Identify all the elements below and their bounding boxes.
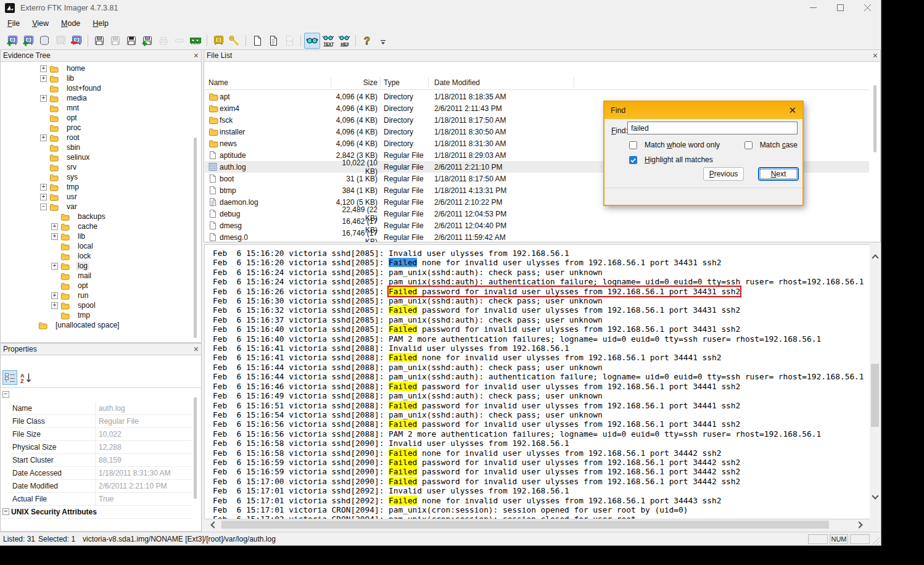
remove-evidence-item-icon[interactable] bbox=[68, 33, 85, 49]
property-row-date-accessed[interactable]: Date Accessed1/18/2011 8:31:30 AM bbox=[10, 466, 192, 480]
maximize-button[interactable] bbox=[827, 0, 854, 15]
tree-item-lib[interactable]: +lib bbox=[1, 231, 192, 241]
properties-collapse-icon[interactable]: − bbox=[2, 391, 9, 398]
image-mounting-icon[interactable] bbox=[36, 33, 52, 49]
tree-item-log[interactable]: +log bbox=[1, 261, 192, 271]
property-row-actual-file[interactable]: Actual FileTrue bbox=[10, 492, 192, 506]
properties-scrollbar[interactable] bbox=[194, 397, 197, 499]
hex-view-icon[interactable]: HEX bbox=[336, 33, 352, 49]
column-divider[interactable] bbox=[428, 77, 429, 88]
create-disk-image-icon[interactable] bbox=[91, 33, 107, 49]
column-divider[interactable] bbox=[574, 77, 574, 88]
add-all-attached-devices-icon[interactable] bbox=[20, 33, 36, 49]
tree-item-lost+found[interactable]: lost+found bbox=[1, 83, 192, 93]
categorized-view-icon[interactable] bbox=[2, 370, 17, 385]
tree-expand-icon[interactable]: + bbox=[40, 184, 47, 191]
tree-expand-icon[interactable]: − bbox=[40, 204, 47, 210]
tree-item-mnt[interactable]: mnt bbox=[1, 103, 192, 113]
detect-efs-encryption-icon[interactable] bbox=[226, 33, 242, 49]
scroll-up-icon[interactable] bbox=[872, 254, 878, 261]
tree-expand-icon[interactable]: + bbox=[51, 302, 58, 309]
column-header-date-modified[interactable]: Date Modified bbox=[434, 75, 508, 89]
tree-expand-icon[interactable]: + bbox=[40, 194, 47, 200]
toolbar-overflow-icon[interactable] bbox=[375, 33, 391, 49]
file-row-debug[interactable]: debug22,489 (22 KB)Regular File2/6/2011 … bbox=[205, 208, 869, 220]
add-to-custom-content-image-icon[interactable] bbox=[139, 33, 155, 49]
property-row-physical-size[interactable]: Physical Size12,288 bbox=[10, 440, 192, 454]
minimize-button[interactable] bbox=[799, 0, 827, 15]
tree-expand-icon[interactable]: + bbox=[51, 223, 58, 230]
column-header-type[interactable]: Type bbox=[384, 75, 424, 89]
property-row-start-cluster[interactable]: Start Cluster88,159 bbox=[10, 453, 192, 467]
close-button[interactable] bbox=[854, 0, 881, 15]
tree-item-opt[interactable]: opt bbox=[1, 281, 192, 291]
viewer-hscroll-thumb[interactable] bbox=[221, 521, 829, 529]
text-view-icon[interactable]: TEXT bbox=[320, 33, 336, 49]
unix-attributes-collapse-icon[interactable]: − bbox=[2, 508, 9, 515]
checkbox-unchecked-icon[interactable] bbox=[745, 141, 756, 149]
scroll-right-icon[interactable] bbox=[856, 521, 862, 528]
tree-item-sbin[interactable]: sbin bbox=[1, 142, 192, 152]
viewer-vertical-scrollbar[interactable] bbox=[870, 244, 881, 519]
tree-expand-icon[interactable]: + bbox=[51, 233, 58, 240]
checkbox-highlight-all-matches[interactable]: Highlight all matches bbox=[629, 155, 713, 164]
properties-close-icon[interactable]: × bbox=[194, 345, 199, 353]
checkbox-unchecked-icon[interactable] bbox=[629, 141, 641, 149]
file-row-dmesg.0[interactable]: dmesg.016,746 (17 KB)Regular File2/6/201… bbox=[205, 231, 869, 242]
tree-expand-icon[interactable]: + bbox=[40, 134, 47, 141]
tree-item-opt[interactable]: opt bbox=[1, 113, 192, 123]
tree-item-media[interactable]: +media bbox=[1, 93, 192, 103]
property-row-file-class[interactable]: File ClassRegular File bbox=[10, 414, 192, 428]
log-text-view[interactable]: Feb 6 15:16:20 victoria sshd[2085]: Inva… bbox=[204, 244, 870, 519]
tree-item-backups[interactable]: backups bbox=[1, 212, 192, 221]
column-divider[interactable] bbox=[380, 77, 381, 88]
sort-alphabetical-icon[interactable]: AZ bbox=[19, 370, 33, 385]
viewer-horizontal-scrollbar[interactable] bbox=[204, 519, 870, 530]
tree-item-tmp[interactable]: +tmp bbox=[1, 182, 192, 192]
tree-item-spool[interactable]: +spool bbox=[1, 300, 192, 310]
tree-expand-icon[interactable]: + bbox=[51, 263, 58, 270]
tree-item-cache[interactable]: +cache bbox=[1, 221, 192, 231]
file-list-close-icon[interactable]: × bbox=[873, 52, 878, 59]
resize-grip[interactable] bbox=[871, 536, 880, 545]
tree-expand-icon[interactable]: + bbox=[40, 75, 47, 82]
tree-item-usr[interactable]: +usr bbox=[1, 192, 192, 202]
tree-item-mail[interactable]: mail bbox=[1, 271, 192, 281]
tree-item-tmp[interactable]: tmp bbox=[1, 310, 192, 320]
previous-button[interactable]: Previous bbox=[703, 167, 744, 181]
capture-memory-icon[interactable] bbox=[188, 33, 204, 49]
tree-expand-icon[interactable]: + bbox=[40, 65, 47, 72]
evidence-tree-scrollbar[interactable] bbox=[194, 138, 197, 338]
auto-view-icon[interactable] bbox=[304, 33, 320, 49]
menu-help[interactable]: Help bbox=[86, 17, 115, 30]
tree-item-selinux[interactable]: selinux bbox=[1, 152, 192, 162]
next-button[interactable]: Next bbox=[758, 167, 799, 181]
tree-item--unallocated-space-[interactable]: [unallocated space] bbox=[1, 320, 192, 330]
find-input[interactable]: failed bbox=[627, 122, 798, 134]
find-dialog-titlebar[interactable]: Find ✕ bbox=[604, 102, 802, 119]
add-evidence-item-icon[interactable] bbox=[4, 33, 20, 49]
checkbox-match-case[interactable]: Match case bbox=[745, 141, 798, 149]
scroll-down-icon[interactable] bbox=[872, 492, 878, 499]
column-divider[interactable] bbox=[331, 77, 331, 88]
obtain-protected-files-icon[interactable] bbox=[210, 33, 226, 49]
export-disk-image-icon[interactable] bbox=[123, 33, 139, 49]
menu-view[interactable]: View bbox=[26, 17, 55, 30]
tree-item-lib[interactable]: +lib bbox=[1, 73, 192, 83]
tree-item-lock[interactable]: lock bbox=[1, 251, 192, 261]
tree-expand-icon[interactable]: + bbox=[51, 292, 58, 299]
menu-file[interactable]: File bbox=[1, 17, 26, 30]
tree-item-proc[interactable]: proc bbox=[1, 123, 192, 133]
property-row-date-modified[interactable]: Date Modified2/6/2011 2:21:10 PM bbox=[10, 479, 192, 493]
tree-item-local[interactable]: local bbox=[1, 241, 192, 251]
tree-item-home[interactable]: +home bbox=[1, 64, 192, 73]
scroll-left-icon[interactable] bbox=[210, 521, 217, 528]
column-header-name[interactable]: Name bbox=[208, 75, 326, 89]
tree-item-srv[interactable]: srv bbox=[1, 162, 192, 172]
file-row-dmesg[interactable]: dmesg16,462 (17 KB)Regular File2/6/2011 … bbox=[205, 220, 869, 231]
menu-mode[interactable]: Mode bbox=[55, 17, 86, 30]
tree-item-run[interactable]: +run bbox=[1, 291, 192, 300]
tree-item-sys[interactable]: sys bbox=[1, 172, 192, 182]
property-row-file-size[interactable]: File Size10,022 bbox=[10, 427, 192, 441]
column-header-size[interactable]: Size bbox=[331, 75, 377, 89]
